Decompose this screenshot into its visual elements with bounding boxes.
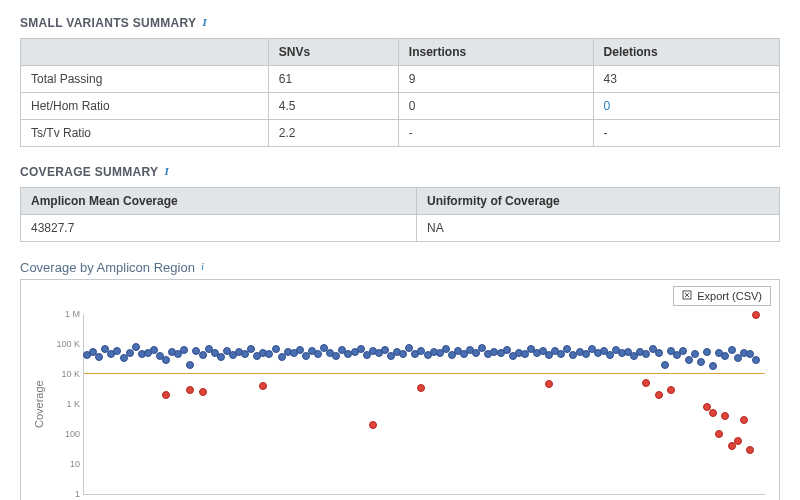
- coverage-summary-title-text: COVERAGE SUMMARY: [20, 165, 158, 179]
- export-csv-button[interactable]: Export (CSV): [673, 286, 771, 306]
- cell-link[interactable]: 0: [593, 93, 779, 120]
- table-row: Het/Hom Ratio 4.5 0 0: [21, 93, 780, 120]
- data-point[interactable]: [545, 380, 553, 388]
- threshold-line: [84, 373, 765, 374]
- info-icon[interactable]: i: [164, 166, 169, 177]
- data-point[interactable]: [709, 362, 717, 370]
- data-point[interactable]: [186, 361, 194, 369]
- col-insertions: Insertions: [398, 39, 593, 66]
- coverage-summary-title: COVERAGE SUMMARY i: [20, 165, 780, 179]
- coverage-summary-table: Amplicon Mean Coverage Uniformity of Cov…: [20, 187, 780, 242]
- data-point[interactable]: [709, 409, 717, 417]
- data-point[interactable]: [661, 361, 669, 369]
- small-variants-title: SMALL VARIANTS SUMMARY i: [20, 16, 780, 30]
- data-point[interactable]: [728, 346, 736, 354]
- y-tick: 1: [46, 489, 80, 499]
- col-mean-coverage: Amplicon Mean Coverage: [21, 188, 417, 215]
- data-point[interactable]: [697, 358, 705, 366]
- cell: NA: [417, 215, 780, 242]
- cell: 4.5: [268, 93, 398, 120]
- row-label: Total Passing: [21, 66, 269, 93]
- data-point[interactable]: [655, 349, 663, 357]
- cell: 43: [593, 66, 779, 93]
- data-point[interactable]: [162, 356, 170, 364]
- table-row: Ts/Tv Ratio 2.2 - -: [21, 120, 780, 147]
- y-tick: 100: [46, 429, 80, 439]
- y-axis-label: Coverage: [29, 314, 45, 495]
- y-tick: 100 K: [46, 339, 80, 349]
- data-point[interactable]: [642, 379, 650, 387]
- cell: -: [398, 120, 593, 147]
- data-point[interactable]: [162, 391, 170, 399]
- col-blank: [21, 39, 269, 66]
- data-point[interactable]: [746, 446, 754, 454]
- data-point[interactable]: [740, 416, 748, 424]
- export-icon: [682, 290, 692, 302]
- data-point[interactable]: [721, 412, 729, 420]
- data-point[interactable]: [691, 350, 699, 358]
- data-point[interactable]: [655, 391, 663, 399]
- data-point[interactable]: [679, 347, 687, 355]
- row-label: Ts/Tv Ratio: [21, 120, 269, 147]
- table-row: Amplicon Mean Coverage Uniformity of Cov…: [21, 188, 780, 215]
- table-row: SNVs Insertions Deletions: [21, 39, 780, 66]
- data-point[interactable]: [132, 343, 140, 351]
- data-point[interactable]: [199, 388, 207, 396]
- scatter-plot[interactable]: 1101001 K10 K100 K1 M2040608010012014016…: [83, 314, 765, 495]
- info-icon[interactable]: i: [201, 261, 204, 272]
- col-snvs: SNVs: [268, 39, 398, 66]
- cell: -: [593, 120, 779, 147]
- cell: 0: [398, 93, 593, 120]
- data-point[interactable]: [703, 348, 711, 356]
- coverage-chart-title-text: Coverage by Amplicon Region: [20, 260, 195, 275]
- data-point[interactable]: [186, 386, 194, 394]
- small-variants-title-text: SMALL VARIANTS SUMMARY: [20, 16, 196, 30]
- export-label: Export (CSV): [697, 290, 762, 302]
- coverage-chart-title: Coverage by Amplicon Region i: [20, 260, 780, 275]
- data-point[interactable]: [667, 386, 675, 394]
- row-label: Het/Hom Ratio: [21, 93, 269, 120]
- col-uniformity: Uniformity of Coverage: [417, 188, 780, 215]
- y-tick: 10 K: [46, 369, 80, 379]
- data-point[interactable]: [734, 437, 742, 445]
- data-point[interactable]: [715, 430, 723, 438]
- table-row: Total Passing 61 9 43: [21, 66, 780, 93]
- info-icon[interactable]: i: [202, 17, 207, 28]
- small-variants-table: SNVs Insertions Deletions Total Passing …: [20, 38, 780, 147]
- coverage-chart: Export (CSV) Coverage 1101001 K10 K100 K…: [20, 279, 780, 500]
- cell: 9: [398, 66, 593, 93]
- data-point[interactable]: [417, 384, 425, 392]
- data-point[interactable]: [95, 353, 103, 361]
- table-row: 43827.7 NA: [21, 215, 780, 242]
- col-deletions: Deletions: [593, 39, 779, 66]
- y-tick: 1 M: [46, 309, 80, 319]
- y-tick: 10: [46, 459, 80, 469]
- data-point[interactable]: [180, 346, 188, 354]
- data-point[interactable]: [259, 382, 267, 390]
- data-point[interactable]: [369, 421, 377, 429]
- data-point[interactable]: [685, 356, 693, 364]
- cell: 43827.7: [21, 215, 417, 242]
- data-point[interactable]: [217, 353, 225, 361]
- cell: 2.2: [268, 120, 398, 147]
- y-tick: 1 K: [46, 399, 80, 409]
- data-point[interactable]: [272, 345, 280, 353]
- data-point[interactable]: [752, 356, 760, 364]
- cell: 61: [268, 66, 398, 93]
- data-point[interactable]: [752, 311, 760, 319]
